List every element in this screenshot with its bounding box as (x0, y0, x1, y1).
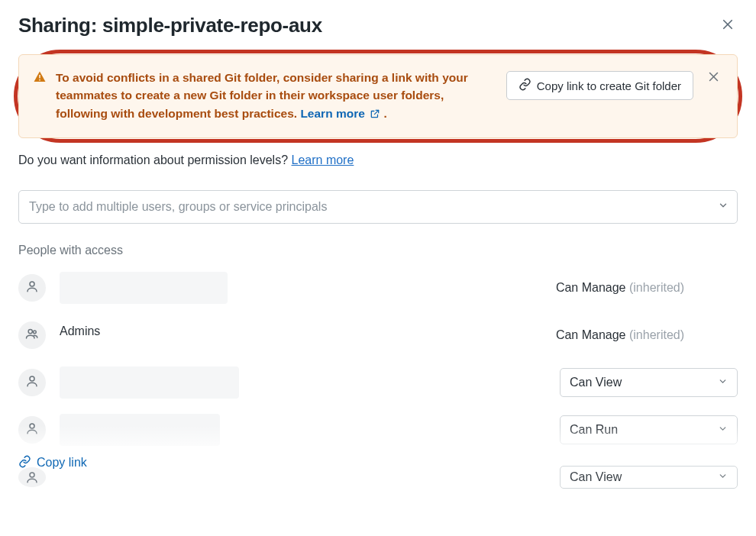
close-icon (707, 74, 720, 86)
avatar (18, 321, 46, 349)
permission-select[interactable]: Can View (560, 466, 738, 489)
close-dialog-button[interactable] (718, 15, 738, 37)
alert-message: To avoid conflicts in a shared Git folde… (56, 71, 468, 120)
svg-point-8 (34, 331, 37, 334)
svg-point-11 (30, 473, 34, 477)
permission-value: Can View (570, 470, 622, 484)
people-section-label: People with access (18, 244, 738, 257)
inherited-label: (inherited) (629, 328, 684, 341)
alert-period: . (383, 107, 386, 120)
redacted-name (60, 272, 228, 304)
svg-point-10 (30, 424, 34, 428)
person-icon (25, 470, 39, 487)
inherited-label: (inherited) (629, 281, 684, 294)
access-row: Can View (18, 366, 738, 399)
redacted-name (60, 366, 239, 399)
principal-name (60, 366, 546, 399)
git-folder-alert: To avoid conflicts in a shared Git folde… (18, 54, 738, 138)
person-icon (25, 279, 39, 296)
redacted-name (60, 414, 220, 446)
link-icon (18, 455, 31, 471)
permission-learn-more-link[interactable]: Learn more (292, 153, 354, 166)
svg-rect-3 (39, 79, 40, 81)
person-icon (25, 421, 39, 438)
svg-point-6 (30, 282, 34, 286)
svg-point-7 (28, 329, 32, 333)
access-row: Can Manage (inherited) (18, 271, 738, 305)
link-icon (519, 78, 531, 93)
add-principal-input-wrap (18, 190, 738, 224)
principal-name: Admins (60, 325, 542, 346)
copy-link-label: Copy link (37, 456, 87, 470)
permission-label: Can Manage (556, 328, 626, 341)
access-row: Can Run (18, 413, 738, 447)
permission-value: Can View (570, 376, 622, 389)
svg-point-9 (30, 376, 34, 381)
alert-close-button[interactable] (706, 69, 722, 87)
copy-git-link-label: Copy link to create Git folder (537, 79, 681, 92)
permission-info-text: Do you want information about permission… (18, 153, 292, 166)
chevron-down-icon (718, 376, 728, 389)
close-icon (721, 22, 735, 34)
dialog-footer: Copy link (18, 455, 87, 471)
permission-label: Can Manage (556, 281, 626, 294)
avatar (18, 369, 46, 396)
permission-info-line: Do you want information about permission… (18, 153, 738, 167)
alert-learn-more-label: Learn more (300, 107, 364, 120)
person-icon (25, 374, 39, 391)
access-list: Can Manage (inherited) Admins Can Manage… (18, 271, 738, 494)
avatar (18, 416, 46, 444)
copy-link-button[interactable]: Copy link (18, 455, 87, 471)
access-row: Admins Can Manage (inherited) (18, 318, 738, 352)
sharing-dialog: Sharing: simple-private-repo-aux To avoi… (0, 0, 756, 494)
principal-name (60, 467, 546, 488)
permission-value: Can Run (570, 423, 618, 437)
permission-inherited: Can Manage (inherited) (556, 328, 738, 342)
avatar (18, 274, 46, 302)
group-icon (25, 327, 39, 344)
principal-name (60, 414, 546, 446)
warning-icon (33, 70, 47, 87)
principal-name (60, 272, 542, 304)
alert-text: To avoid conflicts in a shared Git folde… (56, 69, 497, 124)
alert-container: To avoid conflicts in a shared Git folde… (18, 54, 738, 138)
permission-select[interactable]: Can View (560, 368, 738, 397)
chevron-down-icon (718, 423, 728, 437)
copy-git-link-button[interactable]: Copy link to create Git folder (506, 71, 693, 100)
access-row: Can View (18, 460, 738, 494)
external-link-icon (370, 106, 380, 124)
svg-rect-2 (39, 75, 40, 79)
dialog-title: Sharing: simple-private-repo-aux (18, 14, 322, 37)
chevron-down-icon (718, 470, 728, 484)
permission-inherited: Can Manage (inherited) (556, 281, 738, 295)
dialog-header: Sharing: simple-private-repo-aux (18, 14, 738, 37)
alert-learn-more-link[interactable]: Learn more (300, 107, 383, 120)
permission-select[interactable]: Can Run (560, 415, 738, 444)
add-principal-input[interactable] (18, 190, 738, 224)
